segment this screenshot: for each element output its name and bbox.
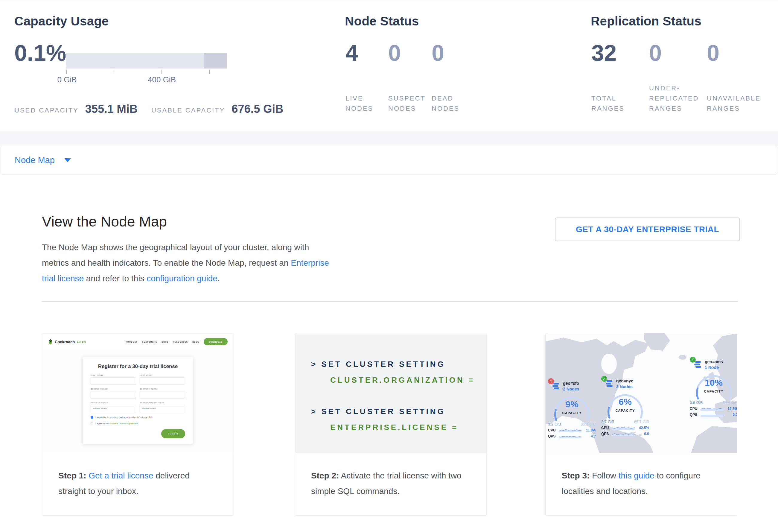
step3-caption: Step 3: Follow this guide to configure l… — [546, 453, 737, 515]
get-trial-license-link[interactable]: Get a trial license — [88, 471, 153, 480]
unavailable-ranges-label: UNAVAILABLE RANGES — [707, 93, 761, 114]
used-gib: 3.2 GiB — [548, 422, 561, 427]
sql-setting-2: ENTERPRISE.LICENSE = — [330, 423, 458, 432]
field-label: FIRST NAME — [91, 374, 136, 376]
step3-card: 1 geo=sfo 2 Nodes 9% CAPACITY — [545, 333, 737, 516]
replication-status-title: Replication Status — [591, 14, 701, 28]
nav-product: PRODUCT — [126, 341, 138, 343]
node-map-thumbnail: 1 geo=sfo 2 Nodes 9% CAPACITY — [546, 333, 737, 453]
get-enterprise-trial-button[interactable]: GET A 30-DAY ENTERPRISE TRIAL — [555, 218, 740, 241]
checkbox-label: I would like to receive email updates ab… — [95, 416, 153, 419]
qps-value: 4.7 — [581, 434, 596, 438]
total-gib: 35.1 GiB — [580, 422, 596, 427]
cpu-value: 42.5% — [635, 426, 649, 430]
qps-sparkline — [612, 432, 635, 436]
field-input — [140, 391, 185, 398]
field-label: PROJECT PHASE — [91, 402, 136, 404]
sql-setting-1: CLUSTER.ORGANIZATION = — [330, 376, 475, 385]
reason-for-interest-field: REASON FOR INTEREST Please Select — [140, 402, 185, 412]
checkbox-unchecked-icon — [91, 422, 93, 425]
project-phase-field: PROJECT PHASE Please Select — [91, 402, 136, 412]
sql-command-1: > SET CLUSTER SETTING — [311, 360, 445, 369]
step1-caption: Step 1: Get a trial license delivered st… — [42, 453, 234, 515]
node-map-dropdown[interactable]: Node Map — [15, 155, 71, 165]
dead-nodes-value: 0 — [432, 42, 444, 64]
node-map-dropdown-label: Node Map — [15, 155, 55, 165]
field-label: COMPANY NAME — [91, 388, 136, 390]
nav-resources: RESOURCES — [173, 341, 188, 343]
cluster-ams: ✓ geo=ams 1 Node 10% CAPACITY — [690, 359, 737, 417]
checkbox-checked-icon — [91, 416, 93, 419]
cpu-row: CPU 11.0% — [548, 428, 596, 432]
qps-row: QPS 0.0 — [601, 432, 649, 436]
last-name-field: LAST NAME — [140, 374, 185, 385]
field-select: Please Select — [140, 405, 185, 412]
intro-text-3: . — [218, 274, 220, 283]
field-input — [91, 377, 136, 385]
field-select: Please Select — [91, 405, 136, 412]
cluster-name: geo=ams — [705, 359, 723, 365]
cpu-row: CPU 42.5% — [601, 426, 649, 430]
logo-labs-text: LABS — [77, 340, 87, 343]
healthy-check-icon: ✓ — [690, 357, 696, 363]
database-stack-icon — [694, 361, 702, 369]
submit-button: SUBMIT — [161, 429, 185, 438]
capacity-caption: CAPACITY — [690, 390, 737, 393]
cockroach-bug-icon — [48, 339, 53, 345]
site-header: Cockroach LABS PRODUCT CUSTOMERS DOCS RE… — [42, 333, 234, 350]
capacity-tick-0: 0 GiB — [57, 75, 77, 84]
cpu-sparkline — [559, 428, 581, 432]
qps-label: QPS — [601, 432, 612, 436]
capacity-axis-ticks — [66, 70, 227, 75]
cluster-name: geo=sfo — [563, 381, 579, 386]
suspect-nodes-label: SUSPECT NODES — [388, 93, 425, 114]
field-label: LAST NAME — [140, 374, 185, 376]
step3-pre: Follow — [590, 471, 618, 480]
cluster-nyc: ✓ geo=nyc 2 Nodes 6% CAPACITY — [601, 378, 649, 436]
license-agreement-link: Software License Agreement. — [109, 422, 139, 425]
node-map-description: The Node Map shows the geographical layo… — [42, 240, 338, 286]
capacity-gauge: 6% CAPACITY — [601, 390, 649, 419]
intro-text-1: The Node Map shows the geographical layo… — [42, 243, 309, 268]
database-stack-icon — [552, 382, 560, 390]
license-agreement-checkbox-row: I agree to the Software License Agreemen… — [91, 422, 185, 425]
total-gib: 65.7 GiB — [634, 420, 649, 424]
capacity-gauge: 9% CAPACITY — [548, 393, 596, 421]
capacity-gauge: 10% CAPACITY — [690, 371, 737, 400]
under-replicated-ranges-value: 0 — [649, 42, 662, 64]
field-input — [91, 391, 136, 398]
cpu-sparkline — [701, 406, 723, 411]
total-ranges-label: TOTAL RANGES — [591, 93, 625, 114]
usable-capacity-label: USABLE CAPACITY — [151, 105, 225, 116]
healthy-check-icon: ✓ — [601, 376, 607, 382]
sql-command-2: > SET CLUSTER SETTING — [311, 407, 445, 416]
company-email-field: COMPANY EMAIL — [140, 388, 185, 398]
page-title: View the Node Map — [42, 213, 167, 230]
capacity-usage-bar — [66, 53, 227, 69]
total-gib: 34.4 GiB — [722, 400, 737, 405]
step1-prefix: Step 1: — [58, 471, 86, 480]
qps-sparkline — [701, 412, 723, 417]
this-guide-link[interactable]: this guide — [619, 471, 654, 480]
company-name-field: COMPANY NAME — [91, 388, 136, 398]
usable-capacity-value: 676.5 GiB — [232, 103, 283, 115]
cpu-label: CPU — [690, 407, 701, 411]
qps-value: 0.0 — [723, 412, 737, 417]
cpu-label: CPU — [548, 428, 559, 432]
intro-text-2: and refer to this — [84, 274, 147, 283]
section-divider — [42, 301, 738, 302]
error-badge-icon: 1 — [548, 378, 554, 384]
qps-label: QPS — [548, 434, 559, 438]
step2-caption: Step 2: Activate the trial license with … — [295, 453, 486, 515]
capacity-bar-dark-segment — [204, 53, 227, 69]
step2-card: > SET CLUSTER SETTING CLUSTER.ORGANIZATI… — [295, 333, 487, 516]
configuration-guide-link[interactable]: configuration guide — [147, 274, 218, 283]
nav-customers: CUSTOMERS — [142, 341, 157, 343]
cpu-label: CPU — [601, 426, 612, 430]
nav-docs: DOCS — [161, 341, 168, 343]
view-selector-bar: Node Map — [1, 146, 777, 175]
step3-prefix: Step 3: — [562, 471, 590, 480]
qps-label: QPS — [690, 412, 701, 417]
capacity-stats: USED CAPACITY 355.1 MiB USABLE CAPACITY … — [14, 103, 283, 116]
capacity-percent: 9% — [548, 399, 596, 409]
